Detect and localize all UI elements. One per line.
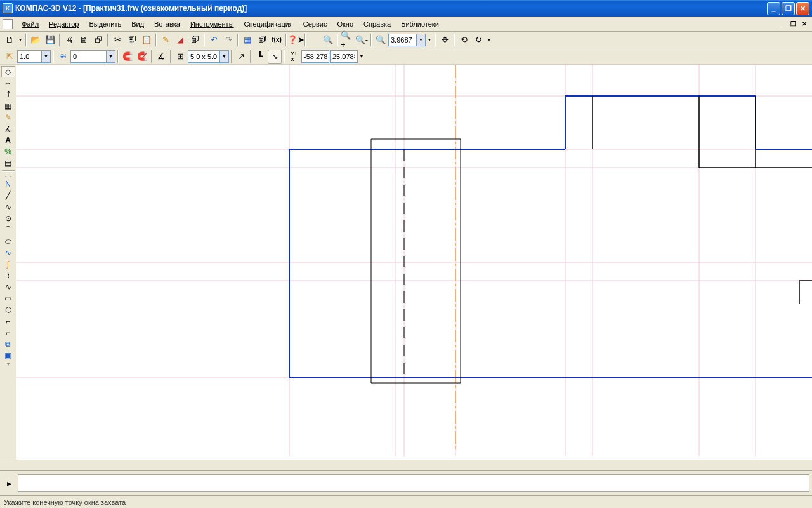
- circle-tool[interactable]: ⊙: [1, 213, 15, 224]
- zoom-input[interactable]: [388, 34, 416, 46]
- grid-dropdown[interactable]: ▼: [219, 50, 229, 63]
- undo-button[interactable]: ↶: [207, 33, 221, 47]
- close-button[interactable]: ✕: [796, 2, 809, 15]
- doc-restore-button[interactable]: ❐: [788, 20, 798, 29]
- zoom-fit-button[interactable]: 🔍: [374, 33, 388, 47]
- command-input[interactable]: [18, 474, 809, 492]
- rect-tool[interactable]: ▭: [1, 293, 15, 304]
- zoom-window-button[interactable]: 🔍: [321, 33, 335, 47]
- notation-tool[interactable]: ⤴: [1, 89, 15, 100]
- menu-service[interactable]: Сервис: [298, 18, 332, 30]
- local-cs-button[interactable]: ↗: [234, 50, 248, 64]
- step-input[interactable]: [17, 50, 41, 63]
- refresh-button[interactable]: ↻: [471, 33, 485, 47]
- menu-view[interactable]: Вид: [126, 18, 149, 30]
- fillet-tool[interactable]: ⌐: [1, 316, 15, 327]
- drawing-canvas[interactable]: [16, 65, 812, 460]
- snap-off-button[interactable]: 🧲̸: [135, 50, 149, 64]
- pan-button[interactable]: ✥: [438, 33, 452, 47]
- panel-end-handle[interactable]: ▾: [2, 361, 15, 366]
- horizontal-scroll[interactable]: [0, 460, 812, 470]
- new-dropdown[interactable]: ▼: [17, 37, 23, 42]
- coord-x-input[interactable]: [301, 50, 329, 63]
- layer-dropdown[interactable]: ▼: [106, 50, 115, 63]
- coord-y-input[interactable]: [330, 50, 358, 63]
- spec-tool[interactable]: ▤: [1, 157, 15, 169]
- doc-minimize-button[interactable]: _: [776, 20, 787, 29]
- chamfer-tool[interactable]: ⌐: [1, 327, 15, 338]
- properties-button[interactable]: 🗊: [188, 33, 202, 47]
- command-menu-button[interactable]: ▸: [3, 474, 15, 492]
- polygon-tool[interactable]: ⬡: [1, 304, 15, 316]
- polyline-tool[interactable]: ∿: [1, 281, 15, 293]
- zoom-dropdown[interactable]: ▼: [416, 34, 426, 46]
- refresh-dropdown[interactable]: ▼: [486, 37, 492, 42]
- open-button[interactable]: 📂: [29, 33, 43, 47]
- document-icon[interactable]: [3, 19, 13, 29]
- dim-step-button[interactable]: ⇱: [3, 50, 16, 64]
- dimension-tool[interactable]: ↔: [1, 77, 15, 89]
- menu-insert[interactable]: Вставка: [149, 18, 185, 30]
- hatch-tool[interactable]: ▦: [1, 100, 15, 112]
- save-button[interactable]: 💾: [43, 33, 57, 47]
- minimize-button[interactable]: _: [767, 2, 780, 15]
- ortho-button[interactable]: ┗: [253, 50, 267, 64]
- grid-combo[interactable]: ▼: [188, 50, 229, 63]
- measure-tool[interactable]: %: [1, 146, 15, 157]
- step-dropdown[interactable]: ▼: [41, 50, 51, 63]
- cut-button[interactable]: ✂: [110, 33, 124, 47]
- zoom-out-button[interactable]: 🔍-: [355, 33, 369, 47]
- arc-tool[interactable]: ⌒: [1, 224, 15, 236]
- offset-tool[interactable]: ⧉: [1, 338, 15, 350]
- line-tool[interactable]: ╱: [1, 190, 15, 201]
- layer-combo[interactable]: ▼: [70, 50, 115, 63]
- print-button[interactable]: 🖨: [62, 33, 76, 47]
- panel-handle[interactable]: ⋮⋮: [2, 173, 15, 178]
- coord-dropdown[interactable]: ▼: [358, 54, 365, 58]
- paste-button[interactable]: 📋: [140, 33, 154, 47]
- menu-spec[interactable]: Спецификация: [239, 18, 298, 30]
- geometry-tool[interactable]: ◇: [1, 66, 15, 77]
- constraint-button[interactable]: ∡: [154, 50, 168, 64]
- point-tool[interactable]: N: [1, 178, 15, 190]
- menu-window[interactable]: Окно: [332, 18, 358, 30]
- menu-libs[interactable]: Библиотеки: [396, 18, 444, 30]
- spline-tool[interactable]: ∿: [1, 247, 15, 258]
- zoom-combo[interactable]: ▼: [388, 34, 426, 46]
- text-tool[interactable]: A: [1, 135, 15, 146]
- redo-button[interactable]: ↷: [221, 33, 235, 47]
- rebuild-button[interactable]: ⟲: [457, 33, 471, 47]
- bezier-tool[interactable]: ∫: [1, 258, 15, 270]
- zoom-extra-dropdown[interactable]: ▼: [426, 37, 433, 42]
- ellipse-tool[interactable]: ⬭: [1, 236, 15, 247]
- variables-button[interactable]: 🗊: [255, 33, 269, 47]
- print-layout-button[interactable]: 🗗: [91, 33, 105, 47]
- brush-button[interactable]: ✎: [159, 33, 173, 47]
- maximize-button[interactable]: ❐: [782, 2, 795, 15]
- grid-input[interactable]: [188, 50, 219, 63]
- menu-file[interactable]: Файл: [16, 18, 44, 30]
- layer-button[interactable]: ≋: [56, 50, 70, 64]
- eraser-button[interactable]: ◢: [173, 33, 187, 47]
- grid-button[interactable]: ⊞: [173, 50, 187, 64]
- break-tool[interactable]: ⌇: [1, 270, 15, 281]
- menu-help[interactable]: Справка: [358, 18, 396, 30]
- curve-tool[interactable]: ∿: [1, 201, 15, 213]
- menu-edit[interactable]: Редактор: [44, 18, 84, 30]
- coord-mode-button[interactable]: Y↑X: [287, 50, 301, 64]
- manager-button[interactable]: ▦: [240, 33, 254, 47]
- step-combo[interactable]: ▼: [17, 50, 51, 63]
- snap-on-button[interactable]: 🧲: [121, 50, 134, 64]
- copy-button[interactable]: 🗐: [125, 33, 139, 47]
- print-preview-button[interactable]: 🗎: [77, 33, 91, 47]
- layer-input[interactable]: [70, 50, 106, 63]
- new-button[interactable]: 🗋: [3, 33, 16, 47]
- fx-button[interactable]: f(x): [270, 33, 284, 47]
- menu-tools[interactable]: Инструменты: [185, 18, 239, 30]
- equidistant-tool[interactable]: ▣: [1, 350, 15, 361]
- edit-tool[interactable]: ✎: [1, 112, 15, 123]
- zoom-in-button[interactable]: 🔍+: [340, 33, 354, 47]
- menu-select[interactable]: Выделить: [84, 18, 126, 30]
- help-context-button[interactable]: ❓➤: [289, 33, 303, 47]
- doc-close-button[interactable]: ✕: [799, 20, 809, 29]
